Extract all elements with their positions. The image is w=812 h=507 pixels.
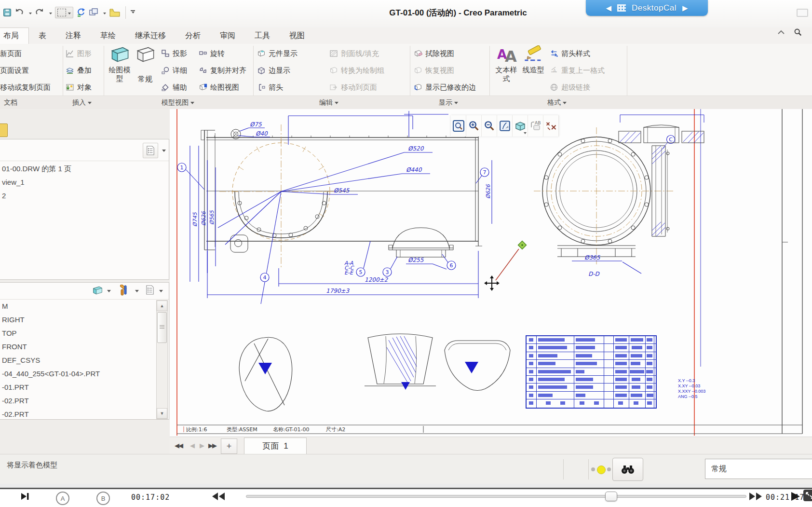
fullscreen-button[interactable] <box>803 490 812 501</box>
hyperlink-button[interactable]: 超级链接 <box>550 81 590 94</box>
qa-customize-button[interactable] <box>131 10 135 15</box>
open-folder-icon[interactable] <box>109 7 121 18</box>
display-style-button[interactable] <box>513 115 528 137</box>
drawing-models-button[interactable]: 绘图模型 <box>107 45 132 83</box>
docked-panel-icon[interactable] <box>0 123 8 137</box>
graph-button[interactable]: 图形 <box>66 47 92 60</box>
add-sheet-button[interactable]: + <box>221 438 237 454</box>
model-tree-item[interactable]: -02.PRT <box>2 410 29 418</box>
refit-button[interactable] <box>451 115 466 137</box>
seek-bar[interactable] <box>246 495 746 498</box>
filter-selector[interactable]: 常规 <box>705 459 812 479</box>
zoom-out-button[interactable] <box>482 115 497 137</box>
balloons[interactable]: 1 7 4 5 3 6 C <box>177 136 675 282</box>
erase-view-button[interactable]: 拭除视图 <box>414 47 454 60</box>
model-tree-item[interactable]: FRONT <box>2 343 27 351</box>
part-sketches[interactable] <box>239 334 510 411</box>
prev-sheet-icon[interactable]: ◀ <box>190 442 194 449</box>
drawing-view-button[interactable]: 绘图视图 <box>199 81 239 94</box>
copy-align-button[interactable]: 复制并对齐 <box>199 64 246 77</box>
model-tree-settings-icon[interactable] <box>146 285 154 295</box>
select-mode-button[interactable] <box>55 7 73 18</box>
search-model-button[interactable] <box>612 458 643 481</box>
seek-thumb[interactable] <box>605 492 617 501</box>
model-tree-item[interactable]: -04_440_255<GT-01-04>.PRT <box>2 370 100 378</box>
sheet-tree-item-2[interactable]: 2 <box>2 192 6 200</box>
model-tree-item[interactable]: TOP <box>2 329 17 337</box>
desktopcal-prev-icon[interactable]: ◀ <box>606 4 612 13</box>
play-icon[interactable] <box>790 491 801 502</box>
resume-view-button[interactable]: 恢复视图 <box>414 64 454 77</box>
tab-analysis[interactable]: 分析 <box>176 27 210 44</box>
group-label-display[interactable]: 显示 <box>439 98 458 107</box>
side-view-dd[interactable]: Ø365 D-D <box>534 127 673 277</box>
tab-legacy-migration[interactable]: 继承迁移 <box>125 27 176 44</box>
drawing-canvas[interactable]: 比例:1:6 类型:ASSEM 名称:GT-01-00 尺寸:A2 <box>170 109 812 437</box>
new-sheet-button[interactable]: 新页面 <box>0 47 22 60</box>
windows-dropdown-icon[interactable] <box>103 13 106 16</box>
detailed-button[interactable]: 详细 <box>161 64 187 77</box>
fast-forward-icon[interactable] <box>748 492 763 501</box>
datum-display-button[interactable] <box>543 115 559 137</box>
rotate-button[interactable]: 旋转 <box>199 47 225 60</box>
search-icon[interactable] <box>794 28 802 37</box>
arrows-button[interactable]: 箭头 <box>257 81 283 94</box>
general-view-button[interactable]: 常规 <box>134 45 156 83</box>
model-tree-settings-dropdown-icon[interactable] <box>159 290 163 294</box>
scrollbar-thumb[interactable] <box>157 312 167 343</box>
model-tree-book-icon[interactable] <box>92 286 103 295</box>
detail-view-c[interactable] <box>619 115 704 143</box>
repaint-button[interactable] <box>497 115 513 137</box>
tab-view[interactable]: 视图 <box>280 27 314 44</box>
model-tree-tools-dropdown-icon[interactable] <box>135 290 139 294</box>
last-sheet-icon[interactable]: ▶▶ <box>208 442 216 449</box>
save-icon[interactable] <box>3 8 12 17</box>
sheet-tab-1[interactable]: 页面1 <box>244 438 307 454</box>
overlay-button[interactable]: 叠加 <box>66 64 92 77</box>
auxiliary-button[interactable]: 辅助 <box>161 81 187 94</box>
group-label-format[interactable]: 格式 <box>547 98 567 107</box>
line-style-button[interactable]: 线造型 <box>522 45 545 74</box>
group-label-edit[interactable]: 编辑 <box>319 98 338 107</box>
marker-a-button[interactable]: A <box>56 492 69 505</box>
scroll-up-icon[interactable]: ▲ <box>157 301 167 311</box>
model-tree-item[interactable]: -02.PRT <box>2 397 29 405</box>
move-to-sheet-button[interactable]: 移动到页面 <box>329 81 377 94</box>
sheet-setup-button[interactable]: 页面设置 <box>0 64 29 77</box>
next-sheet-icon[interactable]: ▶ <box>200 442 203 449</box>
redo-icon[interactable] <box>35 8 44 17</box>
model-tree-item[interactable]: M <box>2 302 8 310</box>
undo-icon[interactable] <box>14 8 24 17</box>
first-sheet-icon[interactable]: ◀◀ <box>175 442 182 449</box>
component-display-button[interactable]: 元件显示 <box>257 47 298 60</box>
desktopcal-next-icon[interactable]: ▶ <box>682 4 688 13</box>
projection-button[interactable]: 投影 <box>161 47 187 60</box>
tab-tools[interactable]: 工具 <box>245 27 280 44</box>
marker-b-button[interactable]: B <box>96 492 110 505</box>
group-label-model-views[interactable]: 模型视图 <box>162 98 194 107</box>
move-copy-sheet-button[interactable]: 移动或复制页面 <box>0 81 51 94</box>
model-tree-item[interactable]: RIGHT <box>2 315 25 324</box>
edge-display-button[interactable]: 边显示 <box>257 64 290 77</box>
tab-review[interactable]: 审阅 <box>210 27 245 44</box>
tab-layout[interactable]: 布局 <box>0 27 29 44</box>
sheet-tree-item-view1[interactable]: view_1 <box>2 178 25 186</box>
rewind-icon[interactable] <box>211 492 226 501</box>
model-tree-tools-icon[interactable] <box>119 285 131 296</box>
annotation-display-button[interactable]: AB <box>528 115 543 137</box>
text-style-button[interactable]: A A 文本样式 <box>493 45 520 83</box>
hatch-fill-button[interactable]: 剖面线/填充 <box>329 47 379 60</box>
ribbon-collapse-icon[interactable] <box>777 30 785 35</box>
desktopcal-widget[interactable]: ◀ DesktopCal ▶ <box>586 0 708 16</box>
selected-item-handle[interactable] <box>496 241 526 280</box>
show-modified-edges-button[interactable]: 显示已修改的边 <box>414 81 476 94</box>
redo-dropdown-icon[interactable] <box>49 13 52 16</box>
scroll-down-icon[interactable]: ▼ <box>157 408 167 419</box>
windows-icon[interactable] <box>89 8 98 17</box>
sheet-tree-item-page[interactable]: 01-00.DRW 的第 1 页 <box>2 164 71 174</box>
zoom-in-button[interactable] <box>466 115 482 137</box>
tab-annotate[interactable]: 注释 <box>56 27 91 44</box>
model-tree-item[interactable]: DEF_CSYS <box>2 356 40 364</box>
object-button[interactable]: 对象 <box>66 81 92 94</box>
tab-sketch[interactable]: 草绘 <box>91 27 125 44</box>
